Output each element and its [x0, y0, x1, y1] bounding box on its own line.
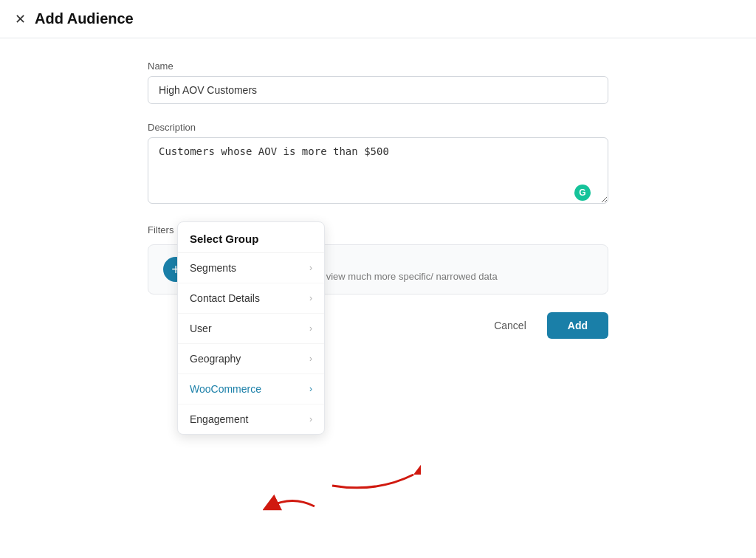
- dropdown-item-contact-details[interactable]: Contact Details ›: [178, 283, 324, 314]
- dropdown-item-woocommerce[interactable]: WooCommerce ›: [178, 374, 324, 404]
- textarea-wrapper: G: [148, 137, 608, 207]
- description-label: Description: [148, 122, 608, 133]
- chevron-right-icon-segments: ›: [309, 263, 312, 273]
- dropdown-item-label-woocommerce: WooCommerce: [190, 383, 261, 395]
- dropdown-item-label-geography: Geography: [190, 353, 241, 365]
- dropdown-item-label-contact-details: Contact Details: [190, 292, 260, 304]
- description-field-group: Description G: [148, 122, 608, 207]
- add-button[interactable]: Add: [547, 312, 608, 339]
- dropdown-item-engagement[interactable]: Engagement ›: [178, 404, 324, 434]
- chevron-right-icon-geography: ›: [309, 354, 312, 364]
- dropdown-item-label-user: User: [190, 323, 212, 334]
- close-button[interactable]: ✕: [15, 11, 26, 27]
- dialog-header: ✕ Add Audience: [0, 0, 756, 38]
- grammarly-icon: G: [574, 185, 591, 201]
- dialog-title: Add Audience: [35, 10, 134, 27]
- description-input[interactable]: [148, 137, 608, 204]
- name-input[interactable]: [148, 76, 608, 104]
- chevron-right-icon-woocommerce: ›: [309, 384, 312, 394]
- chevron-right-icon-contact-details: ›: [309, 293, 312, 303]
- chevron-right-icon-engagement: ›: [309, 414, 312, 424]
- select-group-header: Select Group: [178, 222, 324, 253]
- chevron-right-icon-user: ›: [309, 323, 312, 334]
- main-content: Name Description G Filters + Add N: [0, 38, 756, 558]
- dropdown-item-label-segments: Segments: [190, 262, 236, 274]
- red-arrow-left-icon: [263, 492, 322, 521]
- select-group-dropdown: Select Group Segments › Contact Details …: [177, 221, 325, 435]
- dropdown-item-label-engagement: Engagement: [190, 413, 248, 425]
- cancel-button[interactable]: Cancel: [482, 314, 538, 337]
- dropdown-item-geography[interactable]: Geography ›: [178, 344, 324, 374]
- name-label: Name: [148, 61, 608, 72]
- dropdown-item-segments[interactable]: Segments ›: [178, 253, 324, 283]
- name-field-group: Name: [148, 61, 608, 104]
- dropdown-item-user[interactable]: User ›: [178, 314, 324, 344]
